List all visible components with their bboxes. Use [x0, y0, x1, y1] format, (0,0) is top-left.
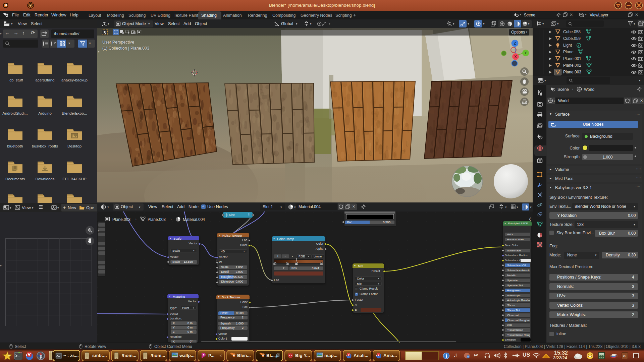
svg-text:Y: Y [524, 51, 527, 55]
svg-text:X: X [514, 55, 517, 59]
svg-text:Z: Z [514, 41, 516, 45]
